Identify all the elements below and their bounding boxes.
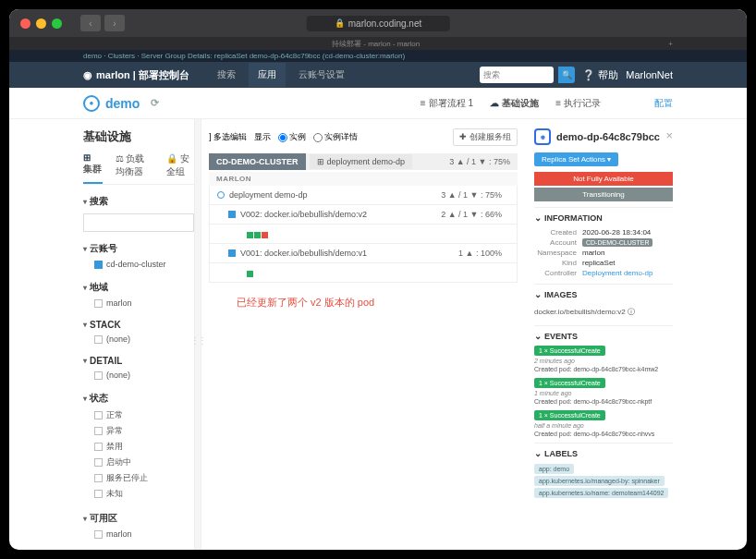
browser-tabs: 持续部署 - marlon - marlon +	[9, 37, 747, 50]
search-button[interactable]: 🔍	[558, 67, 575, 83]
close-icon[interactable]: ×	[665, 128, 673, 142]
filter-item[interactable]: cd-demo-cluster	[83, 258, 194, 271]
filter-item[interactable]: 服务已停止	[83, 470, 194, 486]
filter-item[interactable]: 启动中	[83, 455, 194, 470]
checkbox-icon[interactable]	[94, 490, 103, 498]
subnav-infrastructure[interactable]: ☁ 基础设施	[490, 97, 539, 110]
section-images[interactable]: IMAGES	[534, 284, 673, 304]
filter-header[interactable]: 地域	[83, 278, 194, 297]
event-badge: 1 × SuccessfulCreate	[534, 410, 605, 420]
filter-item[interactable]: marlon	[83, 528, 194, 541]
tab-loadbalancers[interactable]: ⚖ 负载均衡器	[116, 152, 153, 184]
filter-header[interactable]: 可用区	[83, 509, 194, 528]
app-title[interactable]: ●demo⟳	[83, 95, 159, 112]
event-time: half a minute ago	[534, 422, 673, 429]
checkbox-icon[interactable]	[94, 371, 103, 380]
deployment-row[interactable]: V002: docker.io/bebullish/demo:v22 ▲ / 1…	[209, 205, 518, 225]
checkbox-icon[interactable]	[94, 530, 103, 539]
filter-header[interactable]: 状态	[83, 389, 194, 407]
forward-button[interactable]: ›	[104, 15, 125, 31]
filter-header[interactable]: 云账号	[83, 239, 194, 258]
checkbox-icon[interactable]	[94, 427, 103, 435]
annotation-text: 已经更新了两个 v2 版本的 pod	[237, 296, 518, 310]
row-stats: 3 ▲ / 1 ▼ : 75%	[441, 190, 509, 200]
filter-item[interactable]: 正常	[83, 407, 194, 423]
filter-search-input[interactable]	[83, 213, 194, 232]
details-panel: × ⎈demo-dp-64c8c79bcc Replica Set Action…	[525, 119, 673, 550]
nav-app[interactable]: 应用	[249, 63, 286, 87]
filter-header[interactable]: 实例类型	[83, 548, 194, 550]
ring-icon	[217, 191, 225, 199]
show-label: 显示	[254, 131, 271, 143]
nav-accounts[interactable]: 云账号设置	[289, 63, 354, 87]
row-stats: 1 ▲ : 100%	[458, 249, 509, 258]
filter-sidebar: 基础设施 ⊞ 集群 ⚖ 负载均衡器 🔒 安全组 搜索 云账号cd-demo-cl…	[83, 119, 194, 550]
info-row: AccountCD-DEMO-CLUSTER	[534, 237, 673, 248]
filter-header[interactable]: STACK	[83, 317, 194, 333]
close-window-icon[interactable]	[20, 18, 30, 29]
replica-set-actions-button[interactable]: Replica Set Actions ▾	[534, 152, 618, 166]
tab-clusters[interactable]: ⊞ 集群	[83, 152, 103, 184]
checkbox-icon[interactable]	[94, 443, 103, 451]
back-button[interactable]: ‹	[80, 15, 101, 31]
radio-instances[interactable]: 实例	[278, 131, 306, 143]
new-tab-button[interactable]: +	[668, 40, 673, 48]
event-time: 2 minutes ago	[534, 358, 673, 364]
page-title: 基础设施	[83, 128, 194, 145]
checkbox-icon[interactable]	[94, 474, 103, 482]
event-time: 1 minute ago	[534, 390, 673, 396]
multi-edit-link[interactable]: ] 多选编辑	[209, 131, 247, 143]
filter-item[interactable]: (none)	[83, 333, 194, 346]
filter-item[interactable]: marlon	[83, 297, 194, 310]
nav-search[interactable]: 搜索	[208, 63, 245, 87]
window-titlebar: ‹ › 🔒marlon.coding.net	[9, 9, 747, 37]
checkbox-icon[interactable]	[94, 335, 103, 344]
event-badge: 1 × SuccessfulCreate	[534, 378, 605, 388]
section-information[interactable]: INFORMATION	[534, 207, 673, 227]
deployment-row[interactable]: V001: docker.io/bebullish/demo:v11 ▲ : 1…	[209, 244, 518, 263]
kubernetes-icon: ⎈	[534, 128, 551, 145]
radio-details[interactable]: 实例详情	[313, 131, 358, 143]
resize-handle[interactable]: ⋮⋮	[194, 119, 201, 550]
filter-search-header[interactable]: 搜索	[83, 192, 194, 211]
checkbox-icon[interactable]	[94, 458, 103, 467]
lock-icon: 🔒	[335, 18, 345, 28]
breadcrumb: demo · Clusters · Server Group Details: …	[9, 50, 747, 62]
url-bar[interactable]: 🔒marlon.coding.net	[307, 16, 450, 31]
section-events[interactable]: EVENTS	[534, 325, 673, 346]
status-not-available: Not Fully Available	[534, 172, 673, 186]
config-link[interactable]: 配置	[654, 97, 673, 110]
user-name[interactable]: MarlonNet	[626, 69, 673, 80]
deployment-row[interactable]: deployment demo-dp3 ▲ / 1 ▼ : 75%	[209, 186, 518, 205]
subnav-executions[interactable]: ≡ 执行记录	[555, 97, 601, 110]
label-chip: app: demo	[534, 464, 574, 474]
reload-icon[interactable]: ⟳	[151, 97, 159, 109]
brand-logo[interactable]: ◉ marlon | 部署控制台	[83, 68, 189, 82]
filter-item[interactable]: 异常	[83, 423, 194, 439]
filter-item[interactable]: 禁用	[83, 439, 194, 455]
event-message: Created pod: demo-dp-64c8c79bcc-nkptf	[534, 398, 673, 405]
create-server-group-button[interactable]: ✚ 创建服务组	[453, 128, 518, 146]
subnav-pipelines[interactable]: ≡ 部署流程 1	[421, 97, 473, 110]
checkbox-icon[interactable]	[94, 261, 103, 269]
minimize-window-icon[interactable]	[36, 18, 46, 29]
tab-security[interactable]: 🔒 安全组	[166, 152, 194, 184]
cluster-name[interactable]: CD-DEMO-CLUSTER	[209, 153, 306, 170]
header-search-input[interactable]: 搜索	[480, 67, 554, 83]
image-value: docker.io/bebullish/demo:v2 ⓘ	[534, 304, 673, 320]
row-stats: 2 ▲ / 1 ▼ : 66%	[441, 210, 509, 219]
info-row: Namespacemarlon	[534, 248, 673, 258]
checkbox-icon[interactable]	[94, 299, 103, 308]
section-labels[interactable]: LABELS	[534, 443, 673, 463]
deployment-pill[interactable]: ⊞ deployment demo-dp	[310, 154, 413, 169]
app-header: ◉ marlon | 部署控制台 搜索 应用 云账号设置 搜索 🔍 ❔ 帮助 M…	[9, 62, 747, 88]
label-chip: app.kubernetes.io/name: demoteam144092	[534, 488, 668, 498]
help-link[interactable]: ❔ 帮助	[582, 68, 618, 82]
filter-header[interactable]: DETAIL	[83, 353, 194, 369]
filter-item[interactable]: 未知	[83, 486, 194, 502]
event-badge: 1 × SuccessfulCreate	[534, 346, 605, 356]
checkbox-icon[interactable]	[94, 411, 103, 419]
filter-item[interactable]: (none)	[83, 369, 194, 382]
browser-tab[interactable]: 持续部署 - marlon - marlon	[332, 39, 420, 49]
maximize-window-icon[interactable]	[52, 18, 62, 29]
